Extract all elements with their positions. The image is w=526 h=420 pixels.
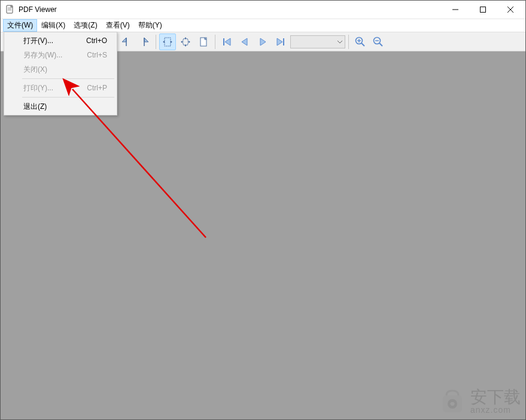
- svg-line-20: [379, 43, 382, 46]
- rotate-cw-button[interactable]: [136, 34, 153, 50]
- file-menu-dropdown: 打开(V)... Ctrl+O 另存为(W)... Ctrl+S 关闭(X) 打…: [4, 32, 117, 115]
- menu-item-save-as[interactable]: 另存为(W)... Ctrl+S: [5, 48, 115, 62]
- menu-separator: [22, 97, 114, 98]
- menu-item-shortcut: Ctrl+P: [87, 84, 107, 92]
- chevron-down-icon: [338, 39, 342, 44]
- svg-line-16: [361, 43, 364, 46]
- watermark-url: anxz.com: [470, 406, 521, 414]
- watermark-text: 安下载: [470, 389, 521, 406]
- svg-point-23: [448, 399, 457, 409]
- last-page-button[interactable]: [272, 34, 289, 50]
- menu-item-label: 退出(Z): [23, 102, 47, 112]
- menu-item-label: 关闭(X): [23, 65, 47, 75]
- menubar: 文件(W) 编辑(X) 选项(Z) 查看(V) 帮助(Y): [1, 19, 525, 32]
- toolbar-separator: [156, 35, 156, 49]
- maximize-button[interactable]: [469, 1, 497, 19]
- first-page-button[interactable]: [218, 34, 235, 50]
- app-icon: [5, 5, 15, 14]
- menu-item-exit[interactable]: 退出(Z): [5, 99, 115, 114]
- app-window: PDF Viewer 文件(W) 编辑(X) 选项(Z) 查看(V) 帮助(Y): [0, 0, 526, 420]
- rotate-ccw-button[interactable]: [118, 34, 135, 50]
- close-button[interactable]: [497, 1, 524, 19]
- toolbar-separator: [348, 35, 349, 49]
- svg-rect-5: [481, 7, 486, 13]
- menu-item-label: 打印(Y)...: [23, 83, 53, 93]
- menu-options[interactable]: 选项(Z): [69, 19, 101, 32]
- prev-page-button[interactable]: [236, 34, 253, 50]
- menu-item-label: 另存为(W)...: [23, 50, 62, 60]
- next-page-button[interactable]: [254, 34, 271, 50]
- watermark: 安下载 anxz.com: [438, 387, 521, 416]
- menu-file[interactable]: 文件(W): [3, 19, 37, 32]
- fit-width-button[interactable]: [159, 34, 176, 50]
- menu-separator: [22, 78, 114, 79]
- menu-item-print[interactable]: 打印(Y)... Ctrl+P: [5, 81, 115, 95]
- toolbar-separator: [215, 35, 215, 49]
- menu-item-close[interactable]: 关闭(X): [5, 62, 115, 77]
- window-title: PDF Viewer: [19, 5, 57, 14]
- menu-item-label: 打开(V)...: [23, 36, 53, 46]
- titlebar: PDF Viewer: [1, 1, 525, 19]
- minimize-button[interactable]: [442, 1, 469, 19]
- fit-page-button[interactable]: [177, 34, 194, 50]
- page-combo[interactable]: [290, 35, 345, 48]
- menu-edit[interactable]: 编辑(X): [37, 19, 69, 32]
- bag-icon: [438, 387, 467, 416]
- menu-help[interactable]: 帮助(Y): [134, 19, 166, 32]
- single-page-button[interactable]: [195, 34, 212, 50]
- svg-rect-10: [165, 38, 171, 46]
- menu-view[interactable]: 查看(V): [102, 19, 134, 32]
- zoom-in-button[interactable]: [352, 34, 369, 50]
- menu-item-shortcut: Ctrl+O: [86, 36, 107, 45]
- svg-rect-11: [183, 39, 188, 45]
- menu-item-open[interactable]: 打开(V)... Ctrl+O: [5, 34, 115, 48]
- zoom-out-button[interactable]: [370, 34, 387, 50]
- menu-item-shortcut: Ctrl+S: [87, 51, 107, 59]
- svg-rect-22: [443, 395, 462, 412]
